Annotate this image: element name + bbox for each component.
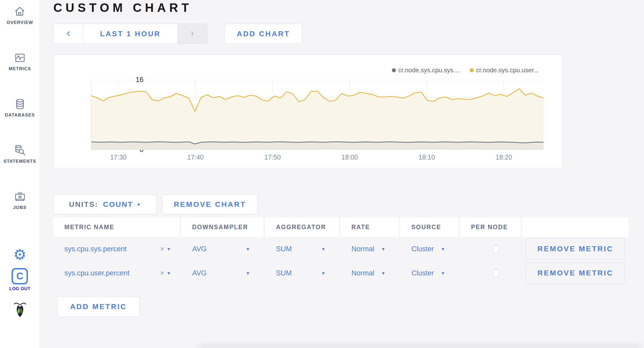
legend-dot-sys: [392, 68, 396, 72]
sidebar-item-databases[interactable]: DATABASES: [5, 98, 35, 118]
metric-name-dropdown[interactable]: sys.cpu.sys.percent × ▾: [53, 237, 180, 261]
rate-select[interactable]: Normal ▾: [340, 237, 399, 261]
x-tick-label: 17:50: [254, 153, 291, 161]
col-header-metric-name: METRIC NAME: [53, 217, 180, 237]
table-row: sys.cpu.user.percent × ▾ AVG ▾ SUM ▾: [53, 261, 630, 285]
metric-clear-control[interactable]: × ▾: [160, 269, 170, 277]
logout-label: LOG OUT: [9, 286, 30, 291]
legend-label-sys: cr.node.sys.cpu.sys....: [398, 66, 460, 74]
add-chart-button[interactable]: ADD CHART: [225, 24, 302, 44]
sidebar-item-overview[interactable]: OVERVIEW: [7, 5, 33, 25]
chart-legend: cr.node.sys.cpu.sys.... cr.node.sys.cpu.…: [392, 66, 539, 74]
home-icon: [13, 5, 26, 18]
chart-card: cr.node.sys.cpu.sys.... cr.node.sys.cpu.…: [53, 55, 562, 168]
sidebar-item-metrics[interactable]: METRICS: [9, 52, 31, 71]
sidebar-item-jobs[interactable]: JOBS: [13, 190, 27, 210]
units-label: UNITS:: [69, 200, 98, 209]
downsampler-value: AVG: [192, 245, 207, 253]
rate-value: Normal: [351, 269, 374, 277]
metrics-table-body: sys.cpu.sys.percent × ▾ AVG ▾ SUM ▾: [53, 237, 630, 285]
per-node-checkbox[interactable]: [493, 270, 499, 277]
chevron-down-icon: ▾: [382, 270, 385, 276]
legend-item-user: cr.node.sys.cpu.user...: [470, 66, 539, 74]
settings-gear-icon[interactable]: ⚙: [13, 247, 26, 262]
toolbar: ‹ LAST 1 HOUR ›: [53, 24, 207, 44]
chevron-down-icon: ▾: [247, 246, 249, 252]
legend-item-sys: cr.node.sys.cpu.sys....: [392, 66, 460, 74]
units-value: COUNT: [103, 200, 133, 209]
rate-value: Normal: [351, 245, 374, 253]
legend-label-user: cr.node.sys.cpu.user...: [476, 66, 539, 74]
sidebar-item-label: STATEMENTS: [3, 159, 36, 164]
clear-x-icon[interactable]: ×: [160, 245, 164, 253]
x-tick-label: 17:40: [177, 153, 214, 161]
chevron-down-icon: ▾: [167, 246, 170, 252]
aggregator-value: SUM: [276, 269, 292, 277]
chevron-down-icon: ▾: [442, 270, 444, 276]
downsampler-value: AVG: [192, 269, 207, 277]
x-tick-label: 18:20: [485, 153, 522, 161]
cpu-chart-svg: [91, 80, 544, 150]
metric-name-value: sys.cpu.sys.percent: [64, 245, 127, 253]
metric-clear-control[interactable]: × ▾: [160, 245, 170, 253]
source-select[interactable]: Cluster ▾: [400, 261, 458, 285]
units-dropdown[interactable]: UNITS: COUNT ▾: [53, 195, 156, 214]
bottom-shadow: [198, 345, 641, 348]
aggregator-value: SUM: [276, 245, 292, 253]
metrics-table: METRIC NAME DOWNSAMPLER AGGREGATOR RATE …: [53, 217, 630, 285]
time-range-dropdown[interactable]: LAST 1 HOUR: [83, 24, 177, 44]
rate-select[interactable]: Normal ▾: [340, 261, 399, 285]
col-header-per-node: PER NODE: [460, 217, 521, 237]
chevron-down-icon: ▾: [322, 246, 325, 252]
remove-metric-button[interactable]: REMOVE METRIC: [526, 263, 625, 284]
clear-x-icon[interactable]: ×: [160, 269, 164, 277]
remove-chart-button[interactable]: REMOVE CHART: [162, 195, 258, 214]
source-value: Cluster: [411, 245, 434, 253]
downsampler-select[interactable]: AVG ▾: [181, 261, 263, 285]
chevron-down-icon: ▾: [442, 246, 444, 252]
time-range-prev-button[interactable]: ‹: [54, 24, 83, 44]
chart-plot-area[interactable]: [91, 80, 544, 150]
aggregator-select[interactable]: SUM ▾: [265, 261, 339, 285]
sidebar: OVERVIEW METRICS DATABASES: [0, 0, 40, 348]
chevron-down-icon: ▾: [382, 246, 385, 252]
per-node-checkbox[interactable]: [493, 245, 499, 253]
aggregator-select[interactable]: SUM ▾: [265, 237, 339, 261]
database-icon: [14, 98, 26, 110]
chevron-left-icon: ‹: [67, 27, 70, 39]
cockroachdb-bug-logo: [14, 302, 26, 319]
chevron-down-icon: ▾: [167, 270, 170, 276]
jobs-icon: [14, 190, 26, 203]
col-header-source: SOURCE: [400, 217, 458, 237]
x-tick-label: 18:00: [331, 153, 368, 161]
x-tick-label: 17:30: [100, 153, 137, 161]
sidebar-item-label: METRICS: [9, 66, 31, 71]
source-select[interactable]: Cluster ▾: [400, 237, 458, 261]
add-metric-button[interactable]: ADD METRIC: [57, 296, 140, 317]
chevron-down-icon: ▾: [322, 270, 325, 276]
page-title: CUSTOM CHART: [53, 1, 192, 15]
actions-cell: REMOVE METRIC: [522, 261, 628, 285]
col-header-downsampler: DOWNSAMPLER: [181, 217, 263, 237]
sidebar-item-label: OVERVIEW: [7, 20, 33, 25]
x-tick-label: 18:10: [408, 153, 445, 161]
actions-cell: REMOVE METRIC: [522, 237, 628, 261]
chevron-down-icon: ▾: [137, 201, 141, 208]
metric-name-value: sys.cpu.user.percent: [64, 269, 130, 277]
downsampler-select[interactable]: AVG ▾: [181, 237, 263, 261]
sidebar-item-statements[interactable]: STATEMENTS: [3, 144, 36, 164]
source-value: Cluster: [411, 269, 434, 277]
legend-dot-user: [470, 68, 474, 72]
sidebar-item-label: JOBS: [13, 205, 27, 210]
remove-metric-button[interactable]: REMOVE METRIC: [526, 238, 625, 260]
logout-button[interactable]: C LOG OUT: [9, 268, 30, 291]
statements-icon: [13, 144, 26, 157]
time-range-label: LAST 1 HOUR: [100, 30, 161, 38]
table-row: sys.cpu.sys.percent × ▾ AVG ▾ SUM ▾: [53, 237, 630, 261]
metric-name-dropdown[interactable]: sys.cpu.user.percent × ▾: [53, 261, 180, 285]
time-range-next-button-disabled[interactable]: ›: [177, 24, 207, 44]
col-header-actions: [522, 217, 628, 237]
per-node-cell: [460, 237, 521, 261]
col-header-rate: RATE: [340, 217, 399, 237]
main-content: CUSTOM CHART ‹ LAST 1 HOUR › ADD CHART: [40, 0, 644, 348]
